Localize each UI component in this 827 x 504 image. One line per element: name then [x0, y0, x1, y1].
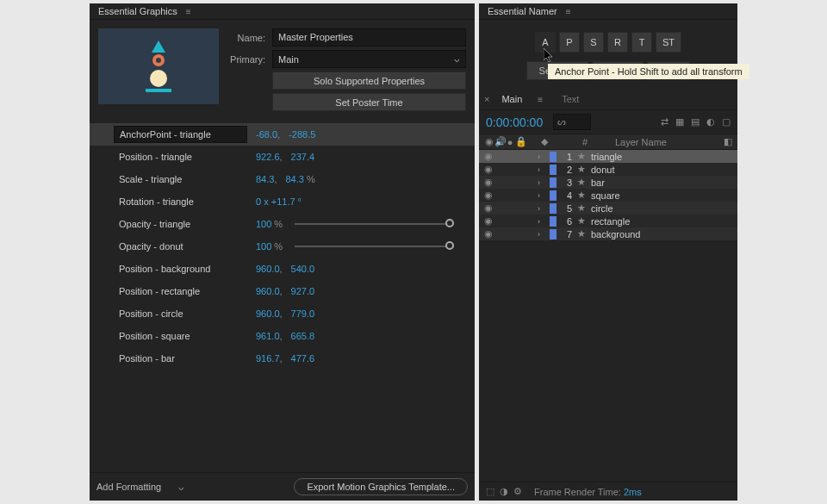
property-row[interactable]: Position - circle960.0,779.0	[90, 302, 475, 325]
property-value[interactable]: 100	[256, 219, 271, 229]
solo-column-icon[interactable]: ●	[505, 137, 515, 147]
shy-column-icon[interactable]: ◧	[724, 136, 732, 147]
property-value[interactable]: 477.6	[291, 353, 315, 364]
property-value[interactable]: 0 x +11.7 °	[256, 196, 302, 207]
property-row[interactable]: Position - rectangle960.0,927.0	[90, 280, 475, 302]
label-color[interactable]	[550, 190, 557, 201]
twirl-icon[interactable]: ›	[538, 204, 546, 213]
property-value[interactable]: 922.6	[256, 152, 280, 162]
twirl-icon[interactable]: ›	[538, 178, 546, 187]
layer-row[interactable]: ◉›7★background	[479, 227, 737, 240]
property-row[interactable]: Position - bar916.7,477.6	[90, 347, 475, 370]
property-name[interactable]: Position - background	[114, 261, 247, 277]
opacity-slider[interactable]	[295, 246, 454, 247]
tab-menu-icon[interactable]: ≡	[538, 95, 543, 104]
property-row[interactable]: Position - triangle922.6,237.4	[90, 146, 475, 168]
tab-main[interactable]: Main	[494, 90, 529, 108]
frame-blend-icon[interactable]: ▤	[691, 116, 700, 128]
property-value[interactable]: 916.7	[256, 353, 280, 364]
visibility-toggle[interactable]: ◉	[484, 190, 494, 201]
property-name[interactable]: Position - circle	[114, 306, 247, 321]
property-value[interactable]: 927.0	[291, 286, 315, 296]
property-row[interactable]: Opacity - triangle100%	[90, 213, 475, 235]
label-color[interactable]	[550, 177, 557, 188]
visibility-toggle[interactable]: ◉	[484, 164, 494, 175]
twirl-icon[interactable]: ›	[538, 230, 546, 239]
property-value[interactable]: -288.5	[289, 129, 315, 140]
layer-search-input[interactable]: ᔕ	[553, 114, 591, 130]
lock-column-icon[interactable]: 🔒	[515, 136, 525, 147]
layer-name[interactable]: rectangle	[591, 216, 630, 227]
draft-3d-icon[interactable]: ▦	[675, 116, 684, 128]
composition-flowchart-icon[interactable]: ⇄	[661, 116, 668, 128]
transform-button-s[interactable]: S	[583, 32, 604, 53]
property-value[interactable]: 84.3	[256, 174, 274, 184]
panel-menu-icon[interactable]: ≡	[186, 7, 191, 16]
toggle-switches-icon[interactable]: ⬚	[486, 486, 494, 497]
property-value[interactable]: 961.0	[256, 331, 280, 341]
property-row[interactable]: Position - square961.0,665.8	[90, 325, 475, 347]
twirl-icon[interactable]: ›	[538, 217, 546, 226]
property-value[interactable]: 540.0	[291, 264, 315, 274]
property-row[interactable]: Rotation - triangle0 x +11.7 °	[90, 190, 475, 213]
property-name[interactable]: Position - rectangle	[114, 283, 247, 299]
property-value[interactable]: 100	[256, 241, 271, 252]
slider-handle[interactable]	[445, 241, 454, 250]
name-input[interactable]: Master Properties	[272, 28, 466, 47]
property-name[interactable]: Position - bar	[114, 351, 247, 366]
toggle-modes-icon[interactable]: ◑	[500, 486, 508, 497]
property-row[interactable]: Position - background960.0,540.0	[90, 258, 475, 280]
visibility-toggle[interactable]: ◉	[484, 202, 494, 214]
export-template-button[interactable]: Export Motion Graphics Template...	[294, 478, 468, 495]
visibility-toggle[interactable]: ◉	[484, 228, 494, 240]
layer-name[interactable]: background	[591, 229, 641, 240]
property-value[interactable]: 665.8	[291, 331, 315, 341]
layer-row[interactable]: ◉›4★square	[479, 189, 737, 202]
layer-row[interactable]: ◉›2★donut	[479, 163, 737, 176]
slider-handle[interactable]	[445, 219, 454, 227]
opacity-slider[interactable]	[295, 223, 454, 225]
property-row[interactable]: Opacity - donut100%	[90, 235, 475, 258]
label-color[interactable]	[550, 165, 557, 175]
transform-button-r[interactable]: R	[607, 32, 628, 53]
graph-editor-icon[interactable]: ▢	[722, 116, 731, 128]
property-name[interactable]: AnchorPoint - triangle	[114, 126, 247, 143]
layer-name[interactable]: square	[591, 190, 620, 201]
visibility-toggle[interactable]: ◉	[484, 151, 494, 162]
timecode[interactable]: 0:00:00:00	[486, 115, 543, 129]
layer-name[interactable]: circle	[591, 203, 613, 214]
transform-button-t[interactable]: T	[631, 32, 652, 53]
layer-row[interactable]: ◉›1★triangle	[479, 150, 737, 163]
audio-column-icon[interactable]: 🔊	[494, 136, 505, 147]
property-name[interactable]: Opacity - triangle	[114, 216, 247, 232]
layer-row[interactable]: ◉›3★bar	[479, 176, 737, 189]
toggle-options-icon[interactable]: ⚙	[513, 486, 522, 497]
panel-menu-icon[interactable]: ≡	[566, 7, 571, 16]
label-color[interactable]	[550, 216, 557, 227]
label-column-icon[interactable]: ◆	[539, 136, 550, 147]
label-color[interactable]	[550, 229, 557, 240]
layer-name[interactable]: donut	[591, 165, 615, 175]
transform-button-st[interactable]: ST	[656, 32, 681, 53]
layer-name[interactable]: triangle	[591, 152, 622, 162]
layer-name[interactable]: bar	[591, 177, 605, 188]
twirl-icon[interactable]: ›	[538, 191, 546, 200]
property-value[interactable]: -68.0	[256, 129, 277, 140]
add-formatting-dropdown[interactable]: Add Formatting ⌵	[96, 482, 184, 493]
layer-row[interactable]: ◉›6★rectangle	[479, 215, 737, 227]
property-name[interactable]: Opacity - donut	[114, 239, 247, 254]
property-value[interactable]: 960.0	[256, 264, 280, 274]
property-value[interactable]: 960.0	[256, 286, 280, 296]
label-color[interactable]	[550, 203, 557, 214]
close-tab-icon[interactable]: ×	[484, 94, 489, 104]
motion-blur-icon[interactable]: ◐	[706, 116, 715, 128]
property-value[interactable]: 84.3	[285, 174, 303, 184]
label-color[interactable]	[550, 152, 557, 162]
transform-button-p[interactable]: P	[559, 32, 580, 53]
property-row[interactable]: AnchorPoint - triangle-68.0,-288.5	[90, 123, 475, 146]
set-poster-time-button[interactable]: Set Poster Time	[272, 93, 466, 111]
twirl-icon[interactable]: ›	[538, 152, 546, 161]
property-name[interactable]: Position - triangle	[114, 149, 247, 165]
twirl-icon[interactable]: ›	[538, 165, 546, 174]
property-name[interactable]: Position - square	[114, 328, 247, 344]
